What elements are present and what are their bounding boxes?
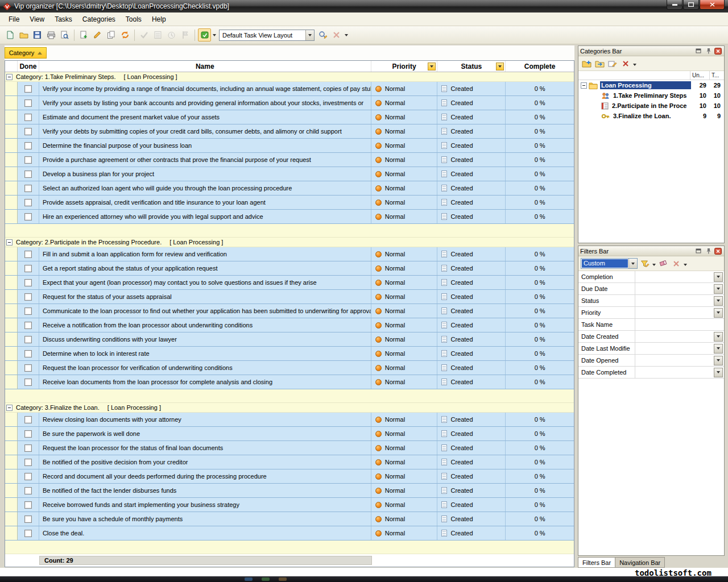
task-checkbox[interactable] xyxy=(24,156,32,164)
category-tree-item[interactable]: 2.Participate in the Proce1010 xyxy=(578,101,724,111)
task-name[interactable]: Request the loan processor for the statu… xyxy=(39,441,371,455)
task-name[interactable]: Request the loan processor for verificat… xyxy=(39,361,371,375)
task-row[interactable]: Request for the status of your assets ap… xyxy=(5,290,574,304)
taskbar-item[interactable] xyxy=(279,577,287,581)
filter-preset-combo[interactable]: Custom xyxy=(581,258,638,269)
category-group-header[interactable]: Category: 3.Finalize the Loan.[ Loan Pro… xyxy=(5,403,574,413)
filter-value[interactable] xyxy=(635,295,713,306)
filter-dropdown-button[interactable] xyxy=(714,344,723,354)
task-row[interactable]: Fill in and submit a loan application fo… xyxy=(5,247,574,261)
group-by-category-button[interactable]: Category xyxy=(5,47,47,59)
task-row[interactable]: Hire an experienced attorney who will pr… xyxy=(5,210,574,224)
layout-dropdown-icon[interactable] xyxy=(212,34,217,36)
delete-category-icon[interactable] xyxy=(620,58,631,69)
filter-value[interactable] xyxy=(635,355,713,366)
column-header-priority[interactable]: Priority xyxy=(371,61,438,72)
task-row[interactable]: Verify your assets by listing your bank … xyxy=(5,96,574,110)
panel-tab-filters-bar[interactable]: Filters Bar xyxy=(578,557,615,568)
task-name[interactable]: Be notified of the positive decision fro… xyxy=(39,455,371,469)
tree-column-total[interactable]: T... xyxy=(709,71,724,80)
filter-value[interactable] xyxy=(635,343,713,354)
minimize-button[interactable] xyxy=(667,0,682,10)
panel-close-icon[interactable] xyxy=(714,47,722,55)
task-name[interactable]: Estimate and document the present market… xyxy=(39,110,371,124)
task-row[interactable]: Develop a business plan for your project… xyxy=(5,167,574,181)
menu-tasks[interactable]: Tasks xyxy=(49,13,77,26)
task-checkbox[interactable] xyxy=(24,364,32,372)
task-name[interactable]: Develop a business plan for your project xyxy=(39,167,371,181)
collapse-group-icon[interactable] xyxy=(6,405,13,411)
task-row[interactable]: Receive borrowed funds and start impleme… xyxy=(5,498,574,512)
task-row[interactable]: Determine the financial purpose of your … xyxy=(5,139,574,153)
save-icon[interactable] xyxy=(31,28,44,41)
task-name[interactable]: Get a report stating about the status of… xyxy=(39,261,371,275)
task-checkbox[interactable] xyxy=(24,185,32,192)
task-name[interactable]: Receive borrowed funds and start impleme… xyxy=(39,498,371,512)
task-checkbox[interactable] xyxy=(24,416,32,423)
task-checkbox[interactable] xyxy=(24,379,32,386)
task-name[interactable]: Be sure you have a schedule of monthly p… xyxy=(39,512,371,526)
panel-tab-navigation-bar[interactable]: Navigation Bar xyxy=(615,557,665,568)
menu-tools[interactable]: Tools xyxy=(121,13,147,26)
task-row[interactable]: Request the loan processor for verificat… xyxy=(5,361,574,375)
task-row[interactable]: Review closing loan documents with your … xyxy=(5,413,574,427)
task-row[interactable]: Expect that your agent (loan processor) … xyxy=(5,276,574,290)
task-row[interactable]: Communicate to the loan processor to fin… xyxy=(5,304,574,318)
task-name[interactable]: Expect that your agent (loan processor) … xyxy=(39,276,371,289)
new-category-icon[interactable] xyxy=(581,58,592,69)
delete-layout-icon[interactable] xyxy=(330,28,343,41)
complete-task-icon[interactable] xyxy=(138,28,151,41)
filter-preset-dropdown-icon[interactable] xyxy=(628,259,637,268)
task-row[interactable]: Determine when to lock in interest rateN… xyxy=(5,347,574,361)
panel-restore-icon[interactable] xyxy=(694,47,703,55)
task-checkbox[interactable] xyxy=(24,293,32,301)
filter-dropdown-button[interactable] xyxy=(714,272,723,282)
filter-dropdown-button[interactable] xyxy=(714,356,723,365)
menu-help[interactable]: Help xyxy=(147,13,171,26)
filter-value[interactable] xyxy=(635,319,724,330)
view-layout-combo[interactable]: Default Task View Layout xyxy=(219,30,315,41)
view-layout-icon[interactable] xyxy=(198,28,211,41)
task-checkbox[interactable] xyxy=(24,473,32,480)
filter-dropdown-button[interactable] xyxy=(714,332,723,342)
task-row[interactable]: Be notified of the fact the lender disbu… xyxy=(5,484,574,498)
task-checkbox[interactable] xyxy=(24,114,32,121)
delete-filter-icon[interactable] xyxy=(671,258,682,269)
edit-task-icon[interactable] xyxy=(91,28,104,41)
task-row[interactable]: Receive loan documents from the loan pro… xyxy=(5,375,574,389)
edit-filter-icon[interactable] xyxy=(639,258,651,269)
new-subcategory-icon[interactable] xyxy=(594,58,605,69)
task-row[interactable]: Be sure the paperwork is well doneNormal… xyxy=(5,427,574,441)
filter-dropdown-button[interactable] xyxy=(714,284,723,294)
task-checkbox[interactable] xyxy=(24,350,32,357)
task-name[interactable]: Review closing loan documents with your … xyxy=(39,413,371,426)
filter-value[interactable] xyxy=(635,307,713,318)
category-tree-item[interactable]: 1.Take Preliminary Steps1010 xyxy=(578,90,724,101)
category-group-header[interactable]: Category: 1.Take Preliminary Steps.[ Loa… xyxy=(5,72,574,82)
clear-filter-icon[interactable] xyxy=(657,258,669,269)
task-name[interactable]: Request for the status of your assets ap… xyxy=(39,290,371,304)
task-name[interactable]: Fill in and submit a loan application fo… xyxy=(39,247,371,261)
task-row[interactable]: Record and document all your deeds perfo… xyxy=(5,469,574,484)
combo-dropdown-icon[interactable] xyxy=(305,30,314,40)
delete-category-dropdown-icon[interactable] xyxy=(633,60,636,67)
filter-dropdown-button[interactable] xyxy=(714,368,723,377)
task-flag-icon[interactable] xyxy=(179,28,192,41)
task-list-icon[interactable] xyxy=(151,28,164,41)
menu-categories[interactable]: Categories xyxy=(77,13,121,26)
task-name[interactable]: Communicate to the loan processor to fin… xyxy=(39,304,371,318)
task-name[interactable]: Determine the financial purpose of your … xyxy=(39,139,371,152)
customize-layout-icon[interactable] xyxy=(316,28,329,41)
refresh-icon[interactable] xyxy=(118,28,131,41)
maximize-button[interactable] xyxy=(683,0,699,10)
category-group-header[interactable]: Category: 2.Participate in the Processin… xyxy=(5,238,574,247)
filter-dropdown-button[interactable] xyxy=(714,296,723,306)
duplicate-task-icon[interactable] xyxy=(105,28,118,41)
panel-restore-icon[interactable] xyxy=(694,247,703,255)
task-checkbox[interactable] xyxy=(24,213,32,221)
task-checkbox[interactable] xyxy=(24,487,32,494)
task-row[interactable]: Receive a notification from the loan pro… xyxy=(5,318,574,332)
column-header-complete[interactable]: Complete xyxy=(506,61,574,72)
task-checkbox[interactable] xyxy=(24,279,32,286)
open-file-icon[interactable] xyxy=(17,28,30,41)
